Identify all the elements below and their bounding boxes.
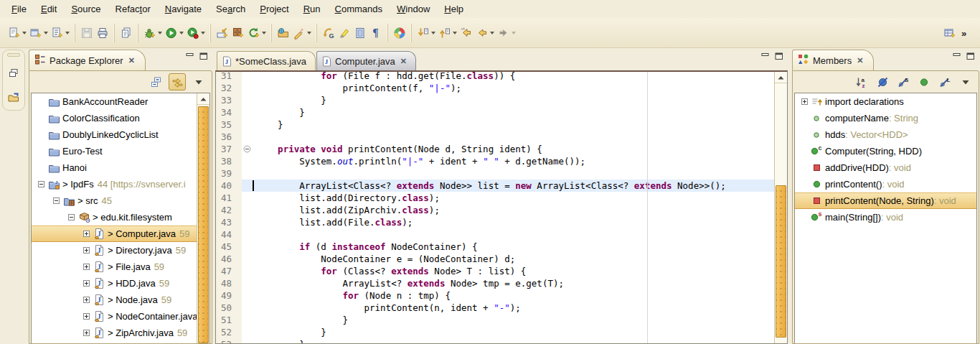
dropdown-caret-icon[interactable] bbox=[22, 32, 27, 34]
more-chevrons-button[interactable]: » bbox=[958, 24, 974, 42]
tree-item-ziparchiv-java[interactable]: J> ZipArchiv.java59 bbox=[32, 325, 209, 341]
member-main-string-[interactable]: smain(String[]) : void bbox=[795, 209, 976, 226]
code-text[interactable]: ArrayList<? extends Node> tmp = e.get(T)… bbox=[252, 277, 787, 289]
dropdown-caret-icon[interactable] bbox=[158, 32, 162, 34]
tree-item-hanoi[interactable]: Hanoi bbox=[32, 159, 209, 176]
expander-plus-icon[interactable] bbox=[80, 313, 93, 320]
scrollbar-thumb[interactable] bbox=[776, 185, 786, 338]
drag-handle[interactable] bbox=[7, 53, 20, 57]
member-computer-string-hdd-[interactable]: cComputer(String, HDD) bbox=[795, 143, 976, 159]
dropdown-caret-icon[interactable] bbox=[44, 32, 48, 34]
minimize-icon[interactable] bbox=[953, 52, 961, 60]
member-hdds[interactable]: hdds : Vector<HDD> bbox=[795, 126, 976, 143]
member-printcontent-[interactable]: printContent() : void bbox=[795, 176, 976, 192]
menu-help[interactable]: Help bbox=[437, 1, 471, 17]
refresh-button[interactable] bbox=[246, 24, 268, 42]
collapse-all-button[interactable] bbox=[148, 74, 164, 90]
dropdown-caret-icon[interactable] bbox=[512, 32, 516, 34]
perspective-button[interactable] bbox=[942, 24, 958, 42]
code-text[interactable]: for (Class<? extends Node> T : list) { bbox=[252, 265, 787, 277]
code-line-35[interactable]: 35 } bbox=[216, 118, 787, 131]
menu-search[interactable]: Search bbox=[209, 1, 253, 17]
menu-commands[interactable]: Commands bbox=[328, 1, 390, 17]
code-line-49[interactable]: 49 for (Node n : tmp) { bbox=[216, 289, 787, 302]
tree-item-hdd-java[interactable]: J> HDD.java59 bbox=[32, 275, 209, 292]
code-text[interactable]: for (File f : hdd.get(File.class)) { bbox=[252, 70, 787, 82]
code-text[interactable]: } bbox=[252, 338, 787, 344]
code-line-52[interactable]: 52 } bbox=[216, 326, 787, 338]
new-package-button[interactable] bbox=[230, 24, 246, 42]
code-line-42[interactable]: 42 list.add(ZipArchiv.class); bbox=[216, 204, 787, 216]
code-line-51[interactable]: 51 } bbox=[216, 314, 787, 326]
show-whitespace-button[interactable]: ¶ bbox=[368, 24, 384, 42]
color-wheel-button[interactable] bbox=[392, 24, 407, 42]
expander-minus-icon[interactable] bbox=[50, 197, 62, 204]
expander-plus-icon[interactable] bbox=[80, 330, 93, 336]
next-annotation-button[interactable] bbox=[415, 24, 437, 42]
tree-item-node-java[interactable]: J> Node.java59 bbox=[32, 292, 209, 308]
maximize-icon[interactable] bbox=[775, 52, 783, 60]
code-text[interactable]: } bbox=[252, 106, 787, 118]
close-icon[interactable]: ✕ bbox=[128, 56, 135, 65]
menu-navigate[interactable]: Navigate bbox=[158, 1, 209, 17]
sort-button[interactable]: az bbox=[854, 74, 870, 90]
editor-tab--someclass-java[interactable]: J*SomeClass.java bbox=[217, 51, 316, 70]
import-button[interactable] bbox=[215, 24, 230, 42]
expander-plus-icon[interactable] bbox=[80, 247, 93, 254]
code-text[interactable]: } bbox=[252, 118, 787, 131]
minimize-icon[interactable] bbox=[761, 52, 770, 60]
menu-run[interactable]: Run bbox=[296, 1, 328, 17]
code-area[interactable]: 31 for (File f : hdd.get(File.class)) {3… bbox=[216, 70, 787, 343]
code-line-53[interactable]: 53 } bbox=[216, 338, 787, 344]
code-line-32[interactable]: 32 printContent(f, "|-"); bbox=[216, 82, 787, 94]
expander-plus-icon[interactable] bbox=[80, 297, 93, 303]
tree-item-directory-java[interactable]: J> Directory.java59 bbox=[32, 242, 209, 259]
hide-static-button[interactable]: S bbox=[895, 74, 911, 90]
code-text[interactable] bbox=[252, 167, 787, 180]
new-class-button[interactable] bbox=[28, 24, 50, 42]
code-line-50[interactable]: 50 printContent(n, ident + "-"); bbox=[216, 302, 787, 314]
new-wizard-button[interactable] bbox=[6, 24, 28, 42]
maximize-icon[interactable] bbox=[199, 52, 208, 60]
menu-file[interactable]: File bbox=[4, 1, 34, 17]
code-text[interactable]: if (d instanceof NodeContainer) { bbox=[252, 241, 787, 253]
code-text[interactable]: printContent(f, "|-"); bbox=[252, 82, 787, 94]
dropdown-caret-icon[interactable] bbox=[179, 32, 184, 34]
dropdown-caret-icon[interactable] bbox=[431, 32, 435, 34]
tree-item-edu-kit-filesystem[interactable]: > edu.kit.filesystem bbox=[32, 209, 209, 226]
code-text[interactable] bbox=[252, 228, 787, 241]
code-line-38[interactable]: 38 System.out.println("|-" + ident + " "… bbox=[216, 155, 787, 167]
open-perspective-button[interactable] bbox=[5, 88, 22, 104]
view-menu-button[interactable] bbox=[191, 74, 207, 90]
scroll-up-icon[interactable] bbox=[775, 72, 787, 83]
code-line-45[interactable]: 45 if (d instanceof NodeContainer) { bbox=[216, 241, 787, 253]
search-wand-button[interactable] bbox=[291, 24, 313, 42]
scroll-up-icon[interactable] bbox=[197, 93, 209, 105]
link-editor-button[interactable] bbox=[169, 73, 186, 90]
code-editor[interactable]: 31 for (File f : hdd.get(File.class)) {3… bbox=[215, 70, 788, 344]
dropdown-caret-icon[interactable] bbox=[65, 32, 70, 34]
tree-item-doublylinkedcycliclist[interactable]: DoublyLinkedCyclicList bbox=[32, 126, 209, 143]
expander-minus-icon[interactable] bbox=[65, 214, 77, 220]
code-line-31[interactable]: 31 for (File f : hdd.get(File.class)) { bbox=[216, 70, 787, 82]
menu-refactor[interactable]: Refactor bbox=[108, 1, 158, 17]
code-text[interactable]: list.add(ZipArchiv.class); bbox=[252, 204, 787, 216]
tree-item-colorclassification[interactable]: ColorClassification bbox=[32, 110, 209, 126]
highlighter-button[interactable] bbox=[336, 24, 352, 42]
back-button[interactable] bbox=[474, 24, 496, 42]
code-text[interactable] bbox=[252, 131, 787, 143]
member-adddrive-hdd-[interactable]: addDrive(HDD) : void bbox=[795, 159, 976, 176]
code-line-34[interactable]: 34 } bbox=[216, 106, 787, 118]
dropdown-caret-icon[interactable] bbox=[201, 32, 205, 34]
code-line-48[interactable]: 48 ArrayList<? extends Node> tmp = e.get… bbox=[216, 277, 787, 289]
tree-scrollbar[interactable] bbox=[197, 93, 209, 343]
show-public-button[interactable] bbox=[916, 74, 932, 90]
open-resource-button[interactable] bbox=[275, 24, 291, 42]
fold-collapse-icon[interactable] bbox=[242, 143, 252, 155]
debug-button[interactable] bbox=[142, 24, 164, 42]
tree-item-euro-test[interactable]: Euro-Test bbox=[32, 143, 209, 159]
hide-local-button[interactable]: L bbox=[937, 74, 953, 90]
prev-annotation-button[interactable] bbox=[437, 24, 458, 42]
tree-item-src[interactable]: > src45 bbox=[32, 192, 209, 209]
code-text[interactable]: for (Node n : tmp) { bbox=[252, 289, 787, 302]
